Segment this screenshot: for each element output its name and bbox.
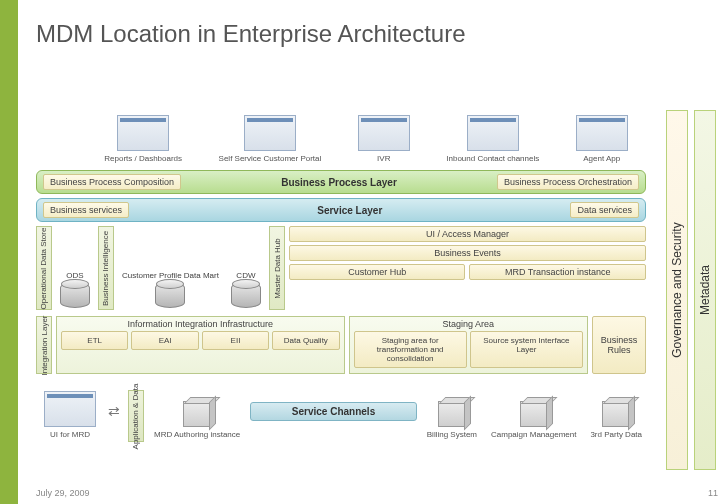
presentation-apps-row: Reports / Dashboards Self Service Custom…: [36, 110, 646, 166]
billing-system: Billing System: [423, 399, 481, 442]
cdw: CDW: [227, 226, 265, 310]
main-column: Reports / Dashboards Self Service Custom…: [36, 110, 646, 442]
data-tier: Operational Data Store ODS Business Inte…: [36, 226, 646, 310]
database-icon: [231, 282, 261, 308]
app-inbound-contact: Inbound Contact channels: [442, 113, 543, 166]
data-services: Data services: [570, 202, 639, 218]
cube-icon: [438, 401, 466, 427]
information-integration-infrastructure: Information Integration Infrastructure E…: [56, 316, 345, 374]
source-system-interface-box: Source system Interface Layer: [470, 331, 583, 368]
mdh-panel: UI / Access Manager Business Events Cust…: [289, 226, 646, 310]
campaign-management: Campaign Management: [487, 399, 580, 442]
mrd-authoring-instance: MRD Authoring instance: [150, 399, 244, 442]
business-process-layer: Business Process Composition Business Pr…: [36, 170, 646, 194]
third-party-data: 3rd Party Data: [586, 399, 646, 442]
metadata-bar: Metadata: [694, 110, 716, 470]
screen-icon: [44, 391, 96, 427]
staging-title: Staging Area: [354, 319, 583, 329]
app-self-service-portal: Self Service Customer Portal: [215, 113, 326, 166]
customer-hub: Customer Hub: [289, 264, 466, 280]
operational-data-store-label: Operational Data Store: [36, 226, 52, 310]
business-services: Business services: [43, 202, 129, 218]
staging-area: Staging Area Staging area for transforma…: [349, 316, 588, 374]
bp-orchestration: Business Process Orchestration: [497, 174, 639, 190]
governance-security-bar: Governance and Security: [666, 110, 688, 470]
footer-date: July 29, 2009: [36, 488, 90, 498]
integration-layer-row: Integration Layer Information Integratio…: [36, 316, 646, 374]
mrd-transaction-instance: MRD Transaction instance: [469, 264, 646, 280]
database-icon: [60, 282, 90, 308]
arrow-icon: ⇄: [108, 403, 120, 419]
source-systems-row: UI for MRD ⇄ Application & Data MRD Auth…: [36, 380, 646, 442]
business-intelligence-label: Business Intelligence: [98, 226, 114, 310]
screen-icon: [576, 115, 628, 151]
service-channels-bar: Service Channels: [250, 402, 417, 421]
eai-box: EAI: [131, 331, 198, 350]
service-layer-title: Service Layer: [135, 205, 564, 216]
application-and-data-label: Application & Data: [128, 390, 144, 442]
app-agent: Agent App: [572, 113, 632, 166]
cube-icon: [183, 401, 211, 427]
diagram-stage: Governance and Security Metadata Reports…: [36, 110, 716, 470]
business-events: Business Events: [289, 245, 646, 261]
ods-cylinder: ODS: [56, 226, 94, 310]
master-data-hub-label: Master Data Hub: [269, 226, 285, 310]
data-quality-box: Data Quality: [272, 331, 339, 350]
customer-profile-datamart: Customer Profile Data Mart: [118, 226, 223, 310]
business-rules-box: Business Rules: [592, 316, 646, 374]
iil-title: Information Integration Infrastructure: [61, 319, 340, 329]
cube-icon: [602, 401, 630, 427]
bp-layer-title: Business Process Layer: [187, 177, 491, 188]
staging-transform-box: Staging area for transformation and cons…: [354, 331, 467, 368]
screen-icon: [117, 115, 169, 151]
accent-bar: [0, 0, 18, 504]
ui-access-manager: UI / Access Manager: [289, 226, 646, 242]
database-icon: [155, 282, 185, 308]
cube-icon: [520, 401, 548, 427]
service-layer: Business services Service Layer Data ser…: [36, 198, 646, 222]
screen-icon: [244, 115, 296, 151]
screen-icon: [467, 115, 519, 151]
ui-for-mrd: UI for MRD: [40, 389, 100, 442]
eii-box: EII: [202, 331, 269, 350]
etl-box: ETL: [61, 331, 128, 350]
footer-page-number: 11: [708, 488, 718, 498]
bp-composition: Business Process Composition: [43, 174, 181, 190]
slide-title: MDM Location in Enterprise Architecture: [36, 20, 466, 48]
app-ivr: IVR: [354, 113, 414, 166]
screen-icon: [358, 115, 410, 151]
app-reports-dashboards: Reports / Dashboards: [100, 113, 186, 166]
integration-layer-label: Integration Layer: [36, 316, 52, 374]
